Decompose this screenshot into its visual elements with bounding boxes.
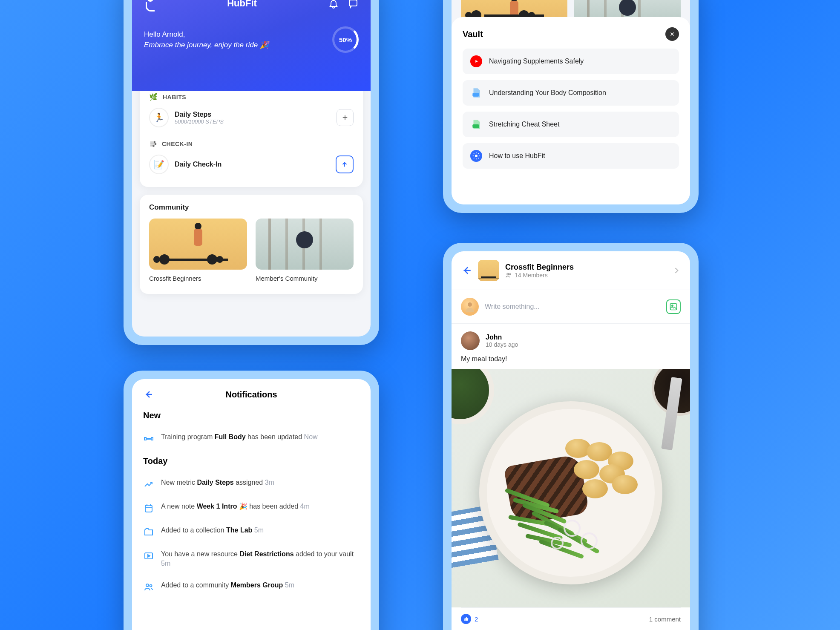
home-header: HubFit Hello Arnold, Embrace the journey… xyxy=(132,0,371,91)
vault-item-label: How to use HubFit xyxy=(489,152,545,160)
feed-screen: Crossfit Beginners 14 Members Write some… xyxy=(443,243,699,630)
vault-item-label: Navigating Supplements Safely xyxy=(489,58,584,65)
svg-rect-0 xyxy=(349,0,357,6)
habits-icon: 🌿 xyxy=(149,93,158,101)
spreadsheet-icon xyxy=(470,118,482,130)
home-inner: HubFit Hello Arnold, Embrace the journey… xyxy=(132,0,371,337)
checkin-row[interactable]: 📝 Daily Check-In xyxy=(149,150,354,178)
people-icon xyxy=(143,581,154,593)
group-title: Crossfit Beginners xyxy=(505,263,666,272)
chevron-right-icon[interactable] xyxy=(672,266,681,275)
notifications-title: Notifications xyxy=(143,390,360,400)
notifications-inner: Notifications New Training program Full … xyxy=(132,379,371,630)
notification-row[interactable]: New metric Daily Steps assigned 3m xyxy=(143,474,360,498)
bell-icon[interactable] xyxy=(328,0,339,9)
close-button[interactable] xyxy=(665,27,679,41)
youtube-icon xyxy=(470,55,482,67)
post-author: John xyxy=(486,334,518,341)
hubfit-logo-icon xyxy=(144,0,156,11)
upload-checkin-button[interactable] xyxy=(336,155,354,173)
svg-rect-4 xyxy=(472,93,479,97)
back-button[interactable] xyxy=(461,265,472,276)
note-icon xyxy=(143,503,154,514)
checkin-icon xyxy=(149,140,157,148)
group-thumbnail xyxy=(478,260,499,281)
notification-text: A new note Week 1 Intro 🎉 has been added… xyxy=(161,502,310,511)
svg-rect-9 xyxy=(146,438,151,439)
notification-row[interactable]: Added to a community Members Group 5m xyxy=(143,576,360,600)
vault-item[interactable]: How to use HubFit xyxy=(463,143,679,169)
notification-text: You have a new resource Diet Restriction… xyxy=(161,549,354,569)
habit-row[interactable]: 🏃 Daily Steps 5000/10000 STEPS xyxy=(149,104,354,132)
resource-icon xyxy=(143,550,154,561)
vault-item-label: Stretching Cheat Sheet xyxy=(489,121,559,128)
progress-percent: 50% xyxy=(339,36,352,43)
home-topbar: HubFit xyxy=(144,0,359,11)
community-item[interactable]: Member's Community xyxy=(256,219,354,282)
checkin-title: Daily Check-In xyxy=(175,161,330,168)
section-today: Today xyxy=(143,456,360,466)
comment-link[interactable]: 1 comment xyxy=(649,616,681,623)
svg-point-13 xyxy=(150,584,152,587)
notification-row[interactable]: Added to a collection The Lab 5m xyxy=(143,521,360,545)
svg-point-14 xyxy=(507,273,509,275)
post-image[interactable] xyxy=(452,369,690,607)
thumbs-up-icon xyxy=(461,614,471,624)
dumbbell-icon xyxy=(143,433,154,444)
svg-point-2 xyxy=(155,144,156,145)
habits-label: HABITS xyxy=(163,94,186,101)
notification-text: Added to a community Members Group 5m xyxy=(161,581,294,590)
svg-point-1 xyxy=(154,141,155,143)
notification-row[interactable]: A new note Week 1 Intro 🎉 has been added… xyxy=(143,498,360,521)
vault-item-label: Understanding Your Body Composition xyxy=(489,89,606,97)
feed-inner: Crossfit Beginners 14 Members Write some… xyxy=(452,251,690,630)
notification-text: Added to a collection The Lab 5m xyxy=(161,526,264,535)
document-icon: 📝 xyxy=(149,155,169,174)
vault-sheet: Vault Navigating Supplements Safely Un xyxy=(452,17,690,204)
progress-ring: 50% xyxy=(332,26,359,53)
post: John 10 days ago My meal today! xyxy=(452,324,690,630)
habit-sub: 5000/10000 STEPS xyxy=(175,118,331,125)
notification-row[interactable]: You have a new resource Diet Restriction… xyxy=(143,545,360,576)
user-avatar xyxy=(461,298,479,316)
post-body: My meal today! xyxy=(461,355,681,363)
community-label: Crossfit Beginners xyxy=(149,275,247,282)
notification-row[interactable]: Training program Full Body has been upda… xyxy=(143,428,360,452)
attach-image-button[interactable] xyxy=(666,299,681,314)
section-new: New xyxy=(143,411,360,420)
community-thumbnail xyxy=(149,219,247,270)
community-thumbnail xyxy=(256,219,354,270)
greeting-hello: Hello Arnold, xyxy=(144,30,185,38)
chat-icon[interactable] xyxy=(348,0,359,9)
compose-input[interactable]: Write something... xyxy=(485,303,660,311)
like-button[interactable]: 2 xyxy=(461,614,478,624)
pdf-icon xyxy=(470,87,482,99)
add-habit-button[interactable] xyxy=(337,109,354,126)
post-author-avatar xyxy=(461,331,480,350)
community-item[interactable]: Crossfit Beginners xyxy=(149,219,247,282)
trend-icon xyxy=(143,479,154,490)
vault-inner: Vault Navigating Supplements Safely Un xyxy=(452,0,690,204)
vault-item[interactable]: Stretching Cheat Sheet xyxy=(463,112,679,137)
habit-title: Daily Steps xyxy=(175,111,331,118)
notifications-screen: Notifications New Training program Full … xyxy=(124,371,379,630)
greeting-quote: Embrace the journey, enjoy the ride 🎉 xyxy=(144,41,269,49)
vault-item[interactable]: Understanding Your Body Composition xyxy=(463,80,679,106)
app-title: HubFit xyxy=(156,0,328,9)
gear-icon xyxy=(470,150,482,162)
post-time: 10 days ago xyxy=(486,341,518,348)
svg-point-6 xyxy=(475,155,478,157)
notification-text: Training program Full Body has been upda… xyxy=(161,432,318,442)
group-members: 14 Members xyxy=(505,272,666,279)
like-count: 2 xyxy=(475,616,478,623)
greeting: Hello Arnold, Embrace the journey, enjoy… xyxy=(144,29,269,51)
compose-row: Write something... xyxy=(452,290,690,324)
notification-text: New metric Daily Steps assigned 3m xyxy=(161,478,274,487)
home-screen: HubFit Hello Arnold, Embrace the journey… xyxy=(124,0,379,345)
vault-item[interactable]: Navigating Supplements Safely xyxy=(463,49,679,74)
svg-point-18 xyxy=(672,305,673,306)
svg-point-16 xyxy=(468,302,472,307)
checkin-label: CHECK-IN xyxy=(162,141,193,147)
vault-screen: Vault Navigating Supplements Safely Un xyxy=(443,0,699,213)
community-label: Member's Community xyxy=(256,275,354,282)
